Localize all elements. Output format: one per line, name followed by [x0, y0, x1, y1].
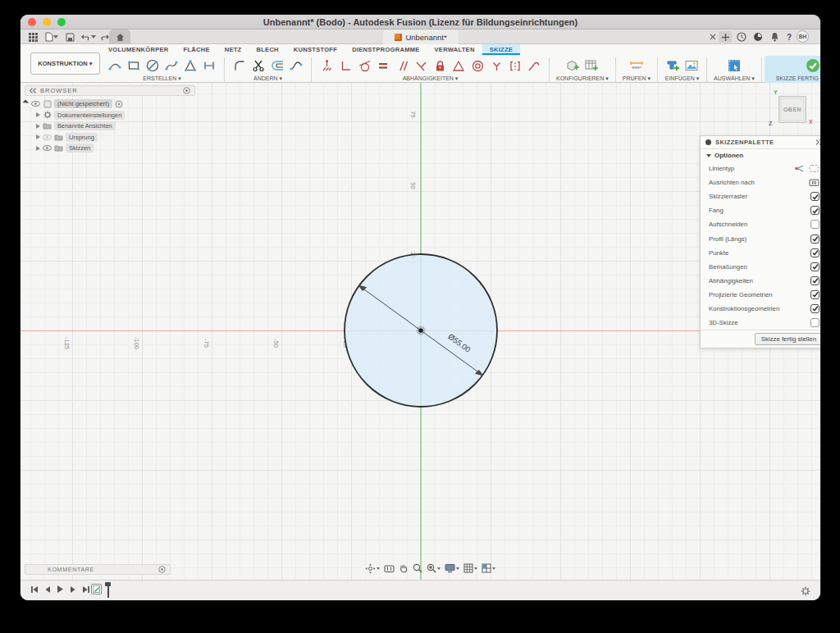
rectangle-tool-icon[interactable] — [126, 57, 142, 74]
group-label-aendern[interactable]: ÄNDERN ▾ — [253, 75, 282, 82]
aufschneiden-checkbox[interactable] — [810, 220, 819, 229]
visibility-eye-icon[interactable] — [43, 133, 52, 142]
display-settings-icon[interactable] — [445, 563, 459, 573]
tab-volumenkoerper[interactable]: VOLUMENKÖRPER — [101, 44, 176, 55]
linetype-dashed-icon[interactable] — [809, 162, 819, 176]
horizontal-vertical-constraint-icon[interactable] — [337, 57, 354, 74]
midpoint-constraint-icon[interactable] — [488, 57, 504, 74]
browser-root-label[interactable]: (Nicht gespeichert) — [54, 99, 112, 108]
comments-bar[interactable]: KOMMENTARE — [25, 564, 171, 575]
job-status-icon[interactable] — [751, 31, 765, 43]
symmetry-triangle-constraint-icon[interactable] — [450, 57, 467, 74]
browser-item-ursprung[interactable]: Ursprung — [36, 132, 195, 143]
insert-image-icon[interactable] — [683, 57, 700, 74]
maximize-window-button[interactable] — [57, 18, 66, 26]
expand-icon[interactable] — [36, 146, 40, 151]
browser-options-icon[interactable] — [183, 87, 190, 94]
browser-header[interactable]: BROWSER — [25, 85, 195, 96]
tangent-constraint-icon[interactable] — [356, 57, 372, 74]
undo-icon[interactable] — [80, 31, 98, 43]
tab-skizze[interactable]: SKIZZE — [482, 44, 520, 55]
expand-icon[interactable] — [36, 124, 40, 129]
tab-blech[interactable]: BLECH — [249, 44, 286, 55]
timeline-marker[interactable] — [105, 582, 111, 598]
sync-status-icon[interactable] — [115, 99, 124, 108]
browser-item-label[interactable]: Benannte Ansichten — [54, 121, 116, 130]
tab-dienstprogramme[interactable]: DIENSTPROGRAMME — [345, 44, 427, 55]
fang-checkbox[interactable] — [810, 206, 819, 215]
close-tab-icon[interactable] — [706, 31, 719, 43]
pan-icon[interactable] — [399, 563, 409, 573]
configuration-table-icon[interactable] — [583, 57, 600, 74]
skip-start-button[interactable] — [30, 585, 39, 594]
new-file-icon[interactable] — [43, 31, 61, 43]
expand-icon[interactable] — [23, 100, 31, 108]
curvature-constraint-icon[interactable] — [526, 57, 542, 74]
curve-tool-icon[interactable] — [288, 57, 304, 74]
profil-checkbox[interactable] — [810, 235, 819, 244]
dock-panel-icon[interactable] — [815, 139, 820, 145]
browser-item-dokumenteinstellungen[interactable]: Dokumenteinstellungen — [36, 110, 195, 121]
help-icon[interactable]: ? — [783, 31, 796, 43]
expand-icon[interactable] — [36, 134, 40, 139]
tab-netz[interactable]: NETZ — [217, 44, 249, 55]
viewcube-face[interactable]: OBEN — [778, 96, 806, 123]
step-back-button[interactable] — [44, 585, 51, 594]
offset-tool-icon[interactable] — [269, 57, 285, 74]
align-grid-icon[interactable] — [809, 175, 819, 190]
browser-item-label[interactable]: Ursprung — [66, 133, 98, 142]
linetype-spline-icon[interactable] — [793, 162, 804, 176]
viewcube[interactable]: OBEN Y Z X — [769, 89, 815, 129]
construction-dropdown-button[interactable]: KONSTRUKTION ▾ — [30, 52, 100, 75]
insert-feature-icon[interactable] — [664, 57, 681, 74]
document-tab[interactable]: Unbenannt* — [382, 30, 458, 44]
minimize-window-button[interactable] — [43, 18, 51, 26]
expand-icon[interactable] — [36, 112, 40, 117]
skip-end-button[interactable] — [82, 585, 90, 594]
equal-constraint-icon[interactable] — [375, 57, 391, 74]
browser-item-benannte-ansichten[interactable]: Benannte Ansichten — [36, 121, 195, 132]
notifications-bell-icon[interactable] — [768, 31, 781, 43]
app-grid-icon[interactable] — [27, 31, 39, 43]
browser-item-label[interactable]: Dokumenteinstellungen — [54, 111, 125, 120]
punkte-checkbox[interactable] — [810, 248, 819, 257]
line-tool-icon[interactable] — [107, 57, 123, 74]
timeline-settings-gear-icon[interactable] — [801, 585, 810, 599]
concentric-constraint-icon[interactable] — [469, 57, 486, 74]
group-label-erstellen[interactable]: ERSTELLEN ▾ — [143, 75, 180, 82]
new-tab-icon[interactable] — [719, 31, 732, 43]
coincident-constraint-icon[interactable] — [318, 57, 335, 74]
browser-root-row[interactable]: (Nicht gespeichert) — [25, 98, 195, 110]
home-tab[interactable] — [109, 30, 130, 44]
trim-scissors-icon[interactable] — [250, 57, 267, 74]
origin-point[interactable] — [417, 326, 426, 335]
tab-kunststoff[interactable]: KUNSTSTOFF — [286, 44, 345, 55]
history-icon[interactable] — [735, 31, 748, 43]
symmetry-constraint-icon[interactable] — [507, 57, 523, 74]
collapse-panel-icon[interactable] — [30, 88, 36, 93]
palette-header[interactable]: SKIZZENPALETTE — [701, 136, 820, 149]
select-icon[interactable] — [726, 57, 742, 74]
close-window-button[interactable] — [28, 18, 36, 26]
viewports-icon[interactable] — [482, 563, 495, 573]
tab-flaeche[interactable]: FLÄCHE — [176, 44, 217, 55]
avatar[interactable]: BH — [797, 30, 809, 43]
sketch-dimension-icon[interactable] — [201, 57, 217, 74]
konstruktionsgeometrien-checkbox[interactable] — [810, 304, 819, 313]
visibility-eye-icon[interactable] — [43, 143, 52, 153]
step-forward-button[interactable] — [70, 585, 76, 594]
group-label-konfigurieren[interactable]: KONFIGURIEREN ▾ — [556, 75, 609, 82]
browser-item-skizzen[interactable]: Skizzen — [36, 143, 195, 154]
group-label-fertig[interactable]: SKIZZE FERTIG STELLEN ▾ — [776, 75, 820, 82]
zoom-icon[interactable] — [413, 563, 422, 573]
tab-verwalten[interactable]: VERWALTEN — [427, 44, 482, 55]
fit-icon[interactable] — [427, 563, 441, 573]
projizierte-checkbox[interactable] — [810, 290, 819, 299]
abhaengigkeiten-checkbox[interactable] — [810, 276, 819, 285]
look-at-icon[interactable] — [384, 564, 395, 573]
fix-constraint-icon[interactable] — [431, 57, 448, 74]
palette-section-optionen[interactable]: Optionen — [701, 149, 820, 162]
polygon-tool-icon[interactable] — [182, 57, 199, 74]
measure-icon[interactable] — [628, 57, 645, 74]
finish-sketch-group[interactable]: SKIZZE FERTIG STELLEN ▾ — [765, 56, 820, 83]
